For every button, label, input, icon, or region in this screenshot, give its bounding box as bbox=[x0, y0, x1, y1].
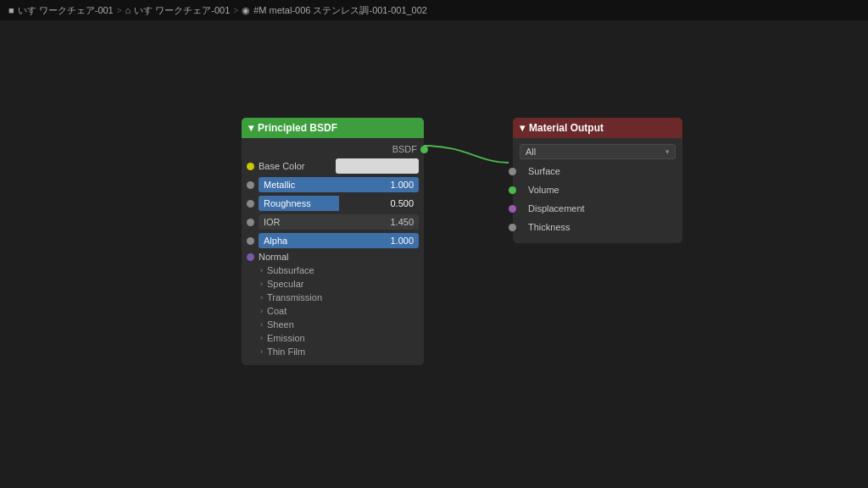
thin-film-arrow: › bbox=[260, 347, 263, 356]
thickness-socket-row: Thickness bbox=[513, 218, 682, 236]
metallic-field[interactable]: Metallic 1.000 bbox=[259, 177, 419, 192]
alpha-socket[interactable] bbox=[247, 237, 254, 245]
thin-film-label: Thin Film bbox=[267, 347, 305, 357]
thin-film-row[interactable]: › Thin Film bbox=[242, 345, 424, 358]
emission-label: Emission bbox=[267, 333, 305, 343]
base-color-socket[interactable] bbox=[247, 163, 254, 170]
bsdf-output-label: BSDF bbox=[392, 144, 417, 154]
principled-header-arrow: ▾ bbox=[248, 122, 253, 134]
ior-label: IOR bbox=[264, 217, 281, 227]
coat-row[interactable]: › Coat bbox=[242, 304, 424, 318]
sheen-arrow: › bbox=[260, 320, 263, 329]
roughness-field[interactable]: Roughness 0.500 bbox=[259, 196, 419, 211]
dropdown-arrow-icon: ▾ bbox=[665, 147, 670, 156]
metallic-row: Metallic 1.000 bbox=[242, 175, 424, 194]
subsurface-arrow: › bbox=[260, 266, 263, 274]
principled-bsdf-header: ▾ Principled BSDF bbox=[242, 118, 424, 138]
metallic-value: 1.000 bbox=[390, 180, 414, 190]
subsurface-label: Subsurface bbox=[267, 265, 314, 275]
breadcrumb-bar: ■ いす ワークチェア-001 > ⌂ いす ワークチェア-001 > ◉ #M… bbox=[0, 0, 868, 20]
subsurface-row[interactable]: › Subsurface bbox=[242, 263, 424, 277]
all-dropdown[interactable]: All ▾ bbox=[520, 144, 676, 159]
base-color-label: Base Color bbox=[259, 161, 331, 171]
material-output-node[interactable]: ▾ Material Output All ▾ Surface Volume bbox=[513, 118, 682, 243]
displacement-socket[interactable] bbox=[509, 205, 516, 213]
displacement-label: Displacement bbox=[528, 203, 585, 214]
breadcrumb-icon-1: ■ bbox=[8, 5, 14, 15]
ior-value: 1.450 bbox=[390, 217, 414, 227]
alpha-label: Alpha bbox=[264, 236, 287, 246]
material-output-body: All ▾ Surface Volume Displacement bbox=[513, 138, 682, 243]
base-color-row: Base Color bbox=[242, 157, 424, 175]
roughness-row: Roughness 0.500 bbox=[242, 194, 424, 213]
bsdf-output-socket[interactable] bbox=[420, 146, 428, 153]
normal-socket[interactable] bbox=[247, 253, 254, 261]
normal-row: Normal bbox=[242, 250, 424, 263]
metallic-label: Metallic bbox=[264, 180, 295, 190]
coat-arrow: › bbox=[260, 307, 263, 315]
displacement-socket-row: Displacement bbox=[513, 199, 682, 218]
alpha-value: 1.000 bbox=[390, 236, 414, 246]
material-output-header: ▾ Material Output bbox=[513, 118, 682, 138]
specular-row[interactable]: › Specular bbox=[242, 277, 424, 291]
breadcrumb-icon-3: ◉ bbox=[242, 5, 250, 16]
roughness-socket[interactable] bbox=[247, 200, 254, 208]
emission-arrow: › bbox=[260, 334, 263, 342]
specular-arrow: › bbox=[260, 280, 263, 288]
breadcrumb-sep-1: > bbox=[117, 6, 122, 15]
normal-label: Normal bbox=[259, 252, 419, 262]
transmission-arrow: › bbox=[260, 293, 263, 302]
ior-row: IOR 1.450 bbox=[242, 213, 424, 231]
breadcrumb-item-1[interactable]: いす ワークチェア-001 bbox=[18, 4, 114, 17]
thickness-label: Thickness bbox=[528, 222, 570, 232]
principled-bsdf-body: BSDF Base Color Metallic 1.000 bbox=[242, 138, 424, 365]
ior-socket[interactable] bbox=[247, 219, 254, 226]
volume-socket-row: Volume bbox=[513, 180, 682, 199]
transmission-row[interactable]: › Transmission bbox=[242, 291, 424, 304]
bsdf-output-row: BSDF bbox=[242, 141, 424, 157]
breadcrumb-icon-2: ⌂ bbox=[125, 5, 131, 15]
roughness-value: 0.500 bbox=[390, 198, 414, 208]
base-color-field[interactable] bbox=[336, 158, 419, 174]
breadcrumb-item-2[interactable]: いす ワークチェア-001 bbox=[134, 4, 230, 17]
principled-header-title: Principled BSDF bbox=[258, 122, 337, 134]
breadcrumb-sep-2: > bbox=[233, 6, 238, 15]
material-output-arrow: ▾ bbox=[520, 122, 525, 134]
coat-label: Coat bbox=[267, 306, 287, 316]
thickness-socket[interactable] bbox=[509, 224, 516, 231]
surface-label: Surface bbox=[528, 166, 560, 176]
alpha-field[interactable]: Alpha 1.000 bbox=[259, 233, 419, 248]
emission-row[interactable]: › Emission bbox=[242, 331, 424, 345]
principled-bsdf-node[interactable]: ▾ Principled BSDF BSDF Base Color Metall… bbox=[242, 118, 424, 365]
sheen-row[interactable]: › Sheen bbox=[242, 318, 424, 331]
breadcrumb-item-3[interactable]: #M metal-006 ステンレス調-001-001_002 bbox=[253, 4, 427, 17]
sheen-label: Sheen bbox=[267, 319, 294, 330]
alpha-row: Alpha 1.000 bbox=[242, 231, 424, 250]
metallic-socket[interactable] bbox=[247, 181, 254, 189]
specular-label: Specular bbox=[267, 279, 303, 289]
connector-svg bbox=[0, 20, 868, 488]
transmission-label: Transmission bbox=[267, 292, 322, 302]
material-output-title: Material Output bbox=[529, 122, 604, 134]
volume-label: Volume bbox=[528, 185, 559, 195]
surface-socket-row: Surface bbox=[513, 162, 682, 180]
ior-field[interactable]: IOR 1.450 bbox=[259, 214, 419, 230]
volume-socket[interactable] bbox=[509, 186, 516, 194]
canvas-area: ▾ Principled BSDF BSDF Base Color Metall… bbox=[0, 20, 868, 488]
surface-socket[interactable] bbox=[509, 168, 516, 175]
roughness-label: Roughness bbox=[264, 198, 311, 208]
dropdown-value: All bbox=[526, 147, 536, 157]
dropdown-row: All ▾ bbox=[513, 141, 682, 162]
